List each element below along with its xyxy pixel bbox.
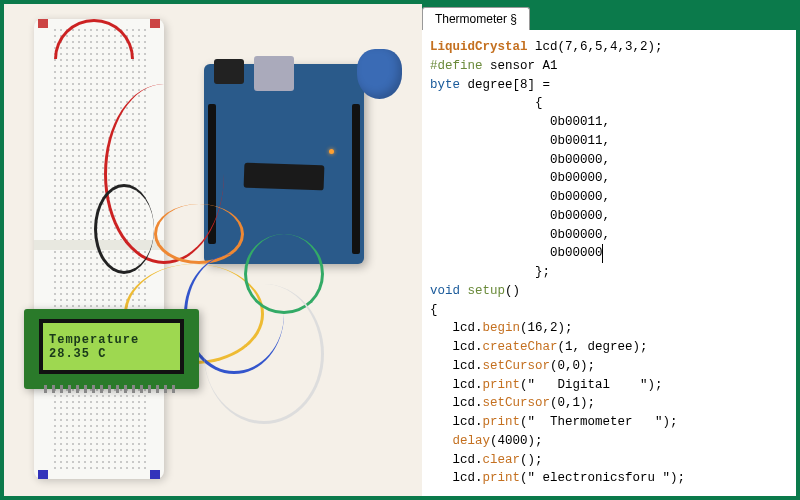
code-token: void — [430, 284, 460, 298]
arduino-microcontroller — [244, 163, 325, 191]
code-line: 0b00000 — [430, 244, 604, 263]
code-line: 0b00000, — [430, 190, 610, 204]
code-line: 0b00011, — [430, 115, 610, 129]
code-token: (" electronicsforu "); — [520, 471, 685, 485]
code-token: byte — [430, 78, 460, 92]
code-line: 0b00000, — [430, 209, 610, 223]
code-token: setCursor — [482, 359, 550, 373]
arduino-headers-right — [352, 104, 360, 254]
code-token: lcd. — [430, 471, 483, 485]
code-token: lcd. — [430, 415, 483, 429]
jumper-wire-black — [94, 184, 154, 274]
code-line: }; — [430, 265, 550, 279]
code-token: lcd. — [430, 378, 483, 392]
code-line: { — [430, 303, 438, 317]
code-token: (4000); — [490, 434, 543, 448]
jumper-wire-white — [204, 284, 324, 424]
code-token: clear — [482, 453, 520, 467]
editor-tab-bar: Thermometer § — [422, 4, 796, 30]
code-token: lcd(7,6,5,4,3,2); — [527, 40, 662, 54]
lcd-header-pins — [44, 385, 179, 393]
code-token: print — [482, 471, 520, 485]
lcd-line-2: 28.35 C — [49, 347, 174, 361]
arduino-usb-port — [254, 56, 294, 91]
code-token: LiquidCrystal — [430, 40, 528, 54]
code-line: 0b00000, — [430, 153, 610, 167]
code-token: (0,1); — [550, 396, 595, 410]
code-token: lcd. — [430, 321, 483, 335]
code-token: #define — [430, 59, 483, 73]
hardware-photo: Temperature 28.35 C — [4, 4, 422, 496]
code-token: lcd. — [430, 340, 483, 354]
code-token: setup — [467, 284, 505, 298]
code-line: 0b00000, — [430, 171, 610, 185]
temperature-sensor — [357, 49, 402, 99]
code-token: print — [482, 378, 520, 392]
code-line: 0b00011, — [430, 134, 610, 148]
code-editor: Thermometer § LiquidCrystal lcd(7,6,5,4,… — [422, 4, 796, 496]
code-token: () — [505, 284, 520, 298]
code-token: setCursor — [482, 396, 550, 410]
code-token: (16,2); — [520, 321, 573, 335]
code-token: (); — [520, 453, 543, 467]
code-token: (" Thermometer "); — [520, 415, 678, 429]
code-token: sensor A1 — [482, 59, 557, 73]
tab-thermometer[interactable]: Thermometer § — [422, 7, 530, 30]
tab-label: Thermometer § — [435, 12, 517, 26]
code-token: degree[8] = — [460, 78, 550, 92]
code-token: lcd. — [430, 396, 483, 410]
code-line: { — [430, 96, 543, 110]
code-token: delay — [452, 434, 490, 448]
code-token: (0,0); — [550, 359, 595, 373]
code-token: begin — [482, 321, 520, 335]
code-line: 0b00000, — [430, 228, 610, 242]
arduino-power-led — [329, 149, 334, 154]
code-text[interactable]: LiquidCrystal lcd(7,6,5,4,3,2); #define … — [422, 30, 796, 496]
lcd-module: Temperature 28.35 C — [24, 309, 199, 389]
code-token: createChar — [482, 340, 557, 354]
code-token: print — [482, 415, 520, 429]
code-token: (" Digital "); — [520, 378, 663, 392]
code-token — [430, 434, 453, 448]
lcd-line-1: Temperature — [49, 333, 174, 347]
code-token: (1, degree); — [557, 340, 647, 354]
lcd-screen: Temperature 28.35 C — [39, 319, 184, 374]
code-token: lcd. — [430, 453, 483, 467]
code-token: lcd. — [430, 359, 483, 373]
arduino-power-jack — [214, 59, 244, 84]
